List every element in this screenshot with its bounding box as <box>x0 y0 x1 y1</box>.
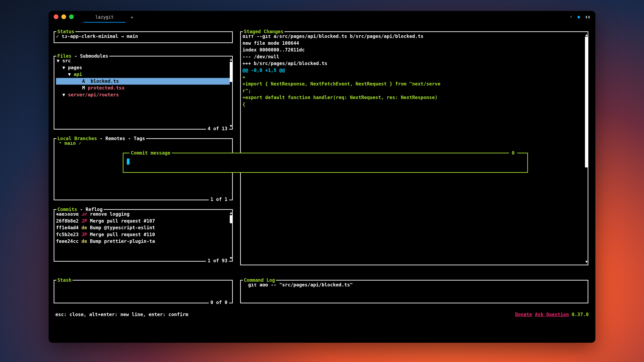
commits-scrollbar-thumb[interactable] <box>230 215 232 223</box>
files-list[interactable]: ▼ src ▼ pages ▼ api A blocked.ts M prote… <box>54 56 232 99</box>
commit-row[interactable]: fc5b2e23 JP Merge pull request #110 <box>56 231 230 238</box>
scroll-up-icon[interactable]: ▲ <box>230 211 232 215</box>
command-log-title: Command Log <box>244 277 275 283</box>
tab-group: lazygit + <box>84 11 138 23</box>
scroll-down-icon[interactable]: ▼ <box>230 256 232 260</box>
diff-line[interactable]: +export default function handler(req: Ne… <box>242 94 586 101</box>
commit-row[interactable]: feee24cc de Bump prettier-plugin-ta <box>56 238 230 245</box>
commits-list[interactable]: 4ae5889d JP remove logging26f8b8e2 JP Me… <box>54 210 232 246</box>
status-panel[interactable]: Status ✓ t3-app-clerk-minimal → main <box>54 31 233 43</box>
stash-panel[interactable]: Stash 0 of 0 <box>54 280 233 303</box>
panels-icon[interactable]: ▮▮ <box>585 14 590 19</box>
commit-message-title: Commit message <box>130 150 172 157</box>
diff-line[interactable]: +import { NextResponse, NextFetchEvent, … <box>242 81 586 87</box>
command-log-content: git add -- "src/pages/api/blocked.ts" <box>241 281 588 290</box>
version-label: 0.37.0 <box>572 312 589 317</box>
file-tree-row[interactable]: ▼ pages <box>56 64 230 71</box>
file-tree-row[interactable]: M protected.tsx <box>56 85 230 91</box>
traffic-lights <box>54 14 74 19</box>
text-cursor <box>127 159 130 165</box>
files-counter: 4 of 13 <box>206 125 229 132</box>
files-panel[interactable]: Files - Submodules ▼ src ▼ pages ▼ api A… <box>54 56 233 130</box>
bolt-icon[interactable]: ⚡ <box>570 14 572 19</box>
scroll-up-icon[interactable]: ▲ <box>230 57 232 61</box>
minimize-window-button[interactable] <box>62 14 66 19</box>
titlebar: lazygit + ⚡ ● ▮▮ <box>49 11 595 23</box>
main-panel-right-border <box>588 31 588 265</box>
terminal-window: lazygit + ⚡ ● ▮▮ Status ✓ t3-app-clerk-m… <box>49 11 595 343</box>
commits-tab[interactable]: Commits <box>57 207 77 212</box>
footer-bar: esc: close, alt+enter: new line, enter: … <box>54 311 590 338</box>
titlebar-right: ⚡ ● ▮▮ <box>570 14 590 19</box>
lazygit-ui: Status ✓ t3-app-clerk-minimal → main Fil… <box>54 28 590 338</box>
diff-line[interactable]: @@ -0,0 +1,5 @@ <box>242 67 586 74</box>
stash-counter: 0 of 0 <box>209 299 229 306</box>
reflog-tab[interactable]: - Reflog <box>77 207 103 212</box>
files-scrollbar-thumb[interactable] <box>230 62 232 82</box>
scroll-down-icon[interactable]: ▼ <box>230 124 232 128</box>
files-scrollbar[interactable]: ▲ ▼ <box>230 57 232 128</box>
commit-message-input[interactable] <box>130 156 522 167</box>
maximize-window-button[interactable] <box>69 14 74 19</box>
commits-panel[interactable]: Commits - Reflog 4ae5889d JP remove logg… <box>54 209 233 262</box>
commit-row[interactable]: 26f8b8e2 JP Merge pull request #107 <box>56 218 230 225</box>
staged-changes-panel[interactable]: Staged Changes diff --git a/src/pages/ap… <box>240 31 588 265</box>
branches-counter: 1 of 1 <box>209 196 229 203</box>
command-log-panel[interactable]: Command Log git add -- "src/pages/api/bl… <box>240 280 588 303</box>
diff-line[interactable]: index 0000000..72011dc <box>242 46 586 53</box>
diff-line[interactable]: + <box>242 74 586 81</box>
staged-changes-title: Staged Changes <box>244 29 284 34</box>
local-branches-tab[interactable]: Local Branches <box>57 136 97 141</box>
diff-line[interactable]: --- /dev/null <box>242 53 586 60</box>
commit-message-count: 0 <box>509 150 517 157</box>
diff-view[interactable]: diff --git a/src/pages/api/blocked.ts b/… <box>241 32 588 109</box>
diff-line[interactable]: { <box>242 101 586 108</box>
file-tree-row[interactable]: A blocked.ts <box>56 78 230 85</box>
new-tab-button[interactable]: + <box>126 12 138 23</box>
ask-question-link[interactable]: Ask Question <box>535 312 569 317</box>
diff-line[interactable]: diff --git a/src/pages/api/blocked.ts b/… <box>242 33 586 40</box>
diff-line[interactable]: r"; <box>242 87 586 94</box>
diff-line[interactable]: +++ b/src/pages/api/blocked.ts <box>242 60 586 67</box>
status-title: Status <box>57 29 74 34</box>
keybindings-help: esc: close, alt+enter: new line, enter: … <box>55 311 188 337</box>
dot-icon: ● <box>578 14 580 19</box>
diff-line[interactable]: new file mode 100644 <box>242 40 586 47</box>
tab-lazygit[interactable]: lazygit <box>84 12 126 23</box>
submodules-tab[interactable]: Submodules <box>80 53 108 59</box>
commit-message-modal[interactable]: Commit message 0 <box>123 153 528 173</box>
donate-link[interactable]: Donate <box>515 312 532 317</box>
commits-scrollbar[interactable]: ▲ ▼ <box>230 211 232 260</box>
file-tree-row[interactable]: ▼ api <box>56 71 230 78</box>
commits-counter: 1 of 93 <box>206 257 229 264</box>
stash-title: Stash <box>57 277 72 283</box>
close-window-button[interactable] <box>54 14 58 19</box>
file-tree-row[interactable]: ▼ server/api/routers <box>56 91 230 98</box>
branches-other-tabs[interactable]: - Remotes - Tags <box>97 136 145 141</box>
status-content: ✓ t3-app-clerk-minimal → main <box>54 32 232 41</box>
commit-row[interactable]: ff1e4ad4 de Bump @typescript-eslint <box>56 224 230 231</box>
files-tab[interactable]: Files <box>57 53 72 59</box>
